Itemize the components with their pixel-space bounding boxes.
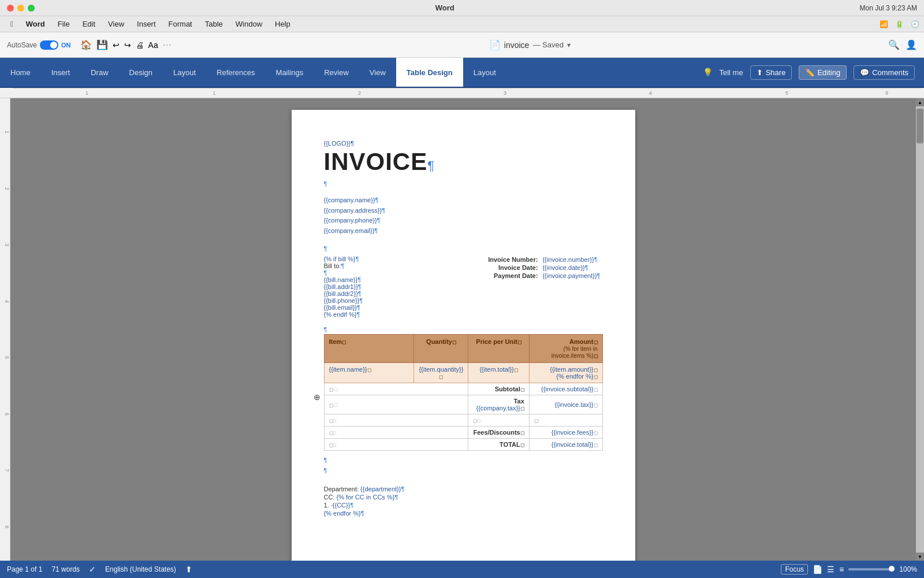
tab-design[interactable]: Design: [119, 58, 163, 87]
summary-row-empty1: ◻□ ◻□ ◻: [324, 414, 602, 427]
menu-insert[interactable]: Insert: [131, 18, 162, 29]
ruler-mark-7: 9: [885, 90, 888, 96]
share-contact-icon[interactable]: 👤: [906, 39, 917, 50]
header-item: Item◻: [324, 335, 414, 363]
invoice-table-wrapper: ⊕ Item◻ Quantity◻ Price per Unit◻ Amount…: [324, 334, 603, 451]
table-header: Item◻ Quantity◻ Price per Unit◻ Amount◻ …: [324, 335, 602, 363]
tax-label: Tax{{company.tax}}◻: [468, 395, 529, 414]
accessibility-icon[interactable]: ⬆: [185, 565, 192, 574]
menu-format[interactable]: Format: [163, 18, 198, 29]
comments-button[interactable]: 💬 Comments: [854, 65, 915, 80]
footer-section: Department: {{department}}¶ CC: {% for C…: [324, 486, 603, 517]
zoom-thumb[interactable]: [889, 566, 895, 572]
more-options-icon[interactable]: ···: [163, 39, 172, 51]
document-area: {{LOGO}}¶ INVOICE ¶ ¶ {{company.name}}¶ …: [10, 98, 916, 561]
ruler-mark-4: 3: [504, 90, 506, 96]
title-bar-right: Mon Jul 3 9:23 AM: [860, 4, 917, 12]
quick-access-toolbar: AutoSave ON 🏠 💾 ↩ ↪ 🖨 Aa ··· 📄 invoice —…: [0, 32, 924, 58]
header-price: Price per Unit◻: [468, 335, 529, 363]
menu-help[interactable]: Help: [269, 18, 296, 29]
menu-window[interactable]: Window: [230, 18, 268, 29]
tab-layout-2[interactable]: Layout: [463, 58, 506, 87]
ruler-mark-6: 5: [785, 90, 788, 96]
tell-me-text[interactable]: Tell me: [720, 68, 743, 77]
traffic-lights[interactable]: [7, 5, 35, 12]
ruler: 1 1 2 3 4 5 9: [0, 88, 924, 98]
table-row: Invoice Number: {{invoice.number}}¶: [486, 255, 602, 264]
zoom-level[interactable]: 100%: [899, 565, 917, 573]
reading-view-icon[interactable]: ≡: [839, 565, 844, 574]
status-bar: Page 1 of 1 71 words ✓ English (United S…: [0, 561, 924, 578]
invoice-table: Item◻ Quantity◻ Price per Unit◻ Amount◻ …: [324, 334, 603, 451]
invoice-info-table: Invoice Number: {{invoice.number}}¶ Invo…: [486, 255, 602, 280]
redo-icon[interactable]: ↪: [124, 40, 131, 50]
menu-table[interactable]: Table: [199, 18, 229, 29]
ruler-mark-3: 2: [358, 90, 361, 96]
autosave-toggle[interactable]: [40, 40, 58, 50]
close-button[interactable]: [7, 5, 14, 12]
search-icon[interactable]: 🔍: [888, 39, 900, 50]
item-amount-cell: {{item.amount}}◻ {% endfor %}◻: [529, 363, 602, 383]
focus-button[interactable]: Focus: [781, 564, 808, 575]
chevron-down-icon[interactable]: ▾: [567, 41, 571, 49]
table-row: Invoice Date: {{invoice.date}}¶: [486, 264, 602, 272]
billing-left: {% if bill %}¶ Bill to:¶ ¶ {{bill.name}}…: [324, 255, 363, 318]
editing-button[interactable]: ✏️ Editing: [799, 65, 847, 80]
payment-date-value: {{invoice.payment}}¶: [540, 272, 602, 280]
comment-icon: 💬: [860, 68, 869, 77]
print-layout-icon[interactable]: 📄: [813, 565, 822, 574]
tab-layout[interactable]: Layout: [163, 58, 206, 87]
title-bar: Word Mon Jul 3 9:23 AM: [0, 0, 924, 16]
table-footer: ◻ □ Subtotal◻ {{invoice.subtotal}}◻ ◻ □: [324, 383, 602, 451]
after-title-pilcrow: ¶: [324, 178, 603, 188]
maximize-button[interactable]: [28, 5, 35, 12]
scrollbar-vertical[interactable]: ▲ ▼: [916, 98, 924, 561]
title-bar-center: Word: [39, 3, 855, 12]
subtotal-label: Subtotal◻: [468, 383, 529, 395]
doc-name: invoice: [504, 40, 530, 50]
toggle-on-label: ON: [61, 42, 71, 49]
tab-mailings[interactable]: Mailings: [266, 58, 314, 87]
ribbon: Home Insert Draw Design Layout Reference…: [0, 58, 924, 88]
undo-icon[interactable]: ↩: [113, 40, 120, 50]
menu-edit[interactable]: Edit: [77, 18, 101, 29]
table-row: Payment Date: {{invoice.payment}}¶: [486, 272, 602, 280]
zoom-slider[interactable]: [848, 568, 895, 570]
doc-icon: 📄: [489, 39, 501, 50]
tab-review[interactable]: Review: [314, 58, 359, 87]
pencil-icon: ✏️: [805, 68, 814, 77]
language-indicator[interactable]: English (United States): [105, 565, 176, 573]
home-icon[interactable]: 🏠: [80, 39, 92, 50]
tab-table-design[interactable]: Table Design: [396, 58, 463, 87]
item-name-cell: {{item.name}}◻: [324, 363, 414, 383]
spellcheck-icon[interactable]: ✓: [89, 565, 96, 574]
scroll-up-button[interactable]: ▲: [916, 98, 924, 106]
outline-view-icon[interactable]: ☰: [827, 565, 834, 574]
menu-view[interactable]: View: [102, 18, 130, 29]
scroll-down-button[interactable]: ▼: [916, 553, 924, 561]
share-button[interactable]: ⬆ Share: [750, 65, 792, 80]
scroll-thumb[interactable]: [916, 109, 923, 143]
menu-apple[interactable]: : [5, 18, 19, 29]
print-icon[interactable]: 🖨: [136, 40, 144, 50]
tab-draw[interactable]: Draw: [80, 58, 118, 87]
tab-insert[interactable]: Insert: [41, 58, 81, 87]
format-icon[interactable]: Aa: [148, 40, 158, 50]
menu-word[interactable]: Word: [20, 18, 51, 29]
menu-file[interactable]: File: [52, 18, 76, 29]
fees-label: Fees/Discounts◻: [468, 427, 529, 439]
invoice-number-label: Invoice Number:: [486, 255, 540, 264]
tab-references[interactable]: References: [206, 58, 265, 87]
total-label: TOTAL◻: [468, 439, 529, 451]
tab-home[interactable]: Home: [0, 58, 41, 87]
invoice-date-value: {{invoice.date}}¶: [540, 264, 602, 272]
logo-tag: {{LOGO}}¶: [324, 138, 603, 148]
menu-bar:  Word File Edit View Insert Format Tabl…: [0, 16, 924, 32]
doc-title-area: 📄 invoice — Saved ▾: [489, 39, 571, 50]
tab-view[interactable]: View: [359, 58, 396, 87]
company-info: {{company.name}}¶ {{company.address}}¶ {…: [324, 195, 603, 236]
minimize-button[interactable]: [17, 5, 24, 12]
save-icon[interactable]: 💾: [96, 39, 108, 50]
add-row-icon[interactable]: ⊕: [314, 392, 321, 402]
wifi-icon: 📶: [880, 20, 888, 28]
